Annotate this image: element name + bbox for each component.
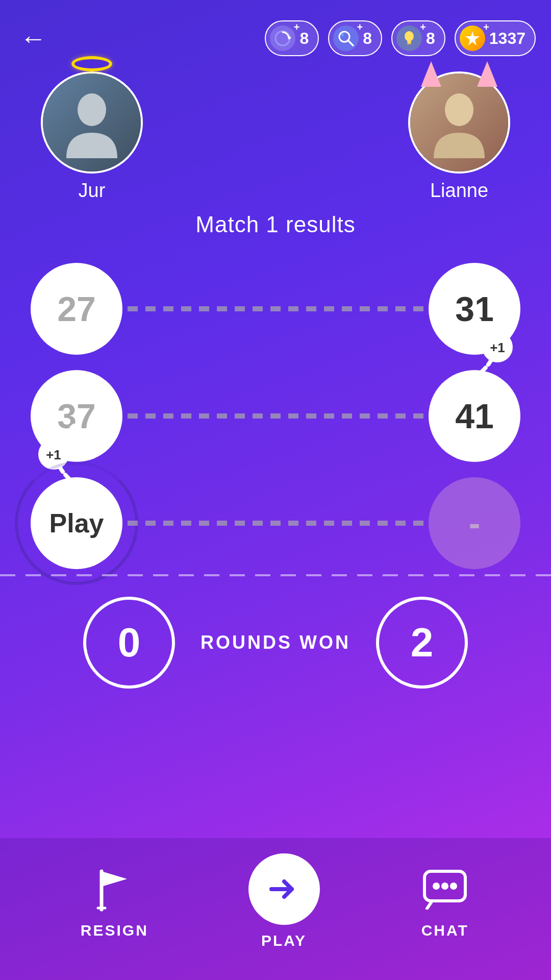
score-left-1: 27: [31, 263, 122, 355]
resign-label: RESIGN: [81, 922, 148, 939]
score-row-2: 37 41: [31, 370, 520, 462]
bulb-count: 8: [426, 29, 435, 48]
back-arrow-icon: ←: [20, 25, 46, 52]
svg-point-10: [445, 93, 473, 126]
chat-bubble-icon: [422, 869, 468, 910]
svg-marker-8: [465, 31, 480, 45]
svg-point-19: [441, 883, 448, 890]
svg-rect-7: [407, 43, 411, 44]
play-icon-wrap: [248, 853, 320, 925]
chat-label: CHAT: [421, 922, 469, 939]
resign-flag-icon: [94, 866, 135, 912]
score-row-1: 27 31: [31, 263, 520, 355]
lens-count: 8: [363, 29, 372, 48]
svg-text:+1: +1: [490, 340, 505, 355]
coin-plus: +: [483, 21, 489, 33]
player-left-name: Jur: [79, 180, 106, 202]
bulb-plus: +: [420, 21, 426, 33]
coin-count: 1337: [489, 29, 525, 48]
player-right-avatar-wrap: [408, 71, 510, 174]
rounds-left-count: 0: [118, 619, 141, 666]
spin-icon: +: [270, 26, 295, 51]
resign-icon-wrap: [89, 864, 140, 915]
svg-point-18: [433, 883, 440, 890]
svg-rect-6: [407, 41, 411, 43]
rounds-left-badge: 0: [83, 597, 175, 689]
svg-point-0: [276, 31, 290, 45]
score-right-2: 41: [429, 370, 520, 462]
connector-3: [128, 521, 423, 526]
players-section: Jur Lianne: [0, 66, 551, 202]
rounds-label: ROUNDS WON: [201, 632, 350, 653]
lianne-avatar-image: [410, 74, 508, 172]
bulb-icon: +: [396, 26, 422, 51]
back-button[interactable]: ←: [15, 20, 51, 56]
score-row-3: Play -: [31, 477, 520, 569]
play-arrow-icon: [264, 869, 305, 910]
player-right-name: Lianne: [430, 180, 488, 202]
chat-nav-item[interactable]: CHAT: [419, 864, 470, 939]
curved-right-connector: +1: [469, 316, 520, 378]
connector-2: [128, 413, 423, 419]
jur-avatar-image: [43, 74, 141, 172]
play-label: PLAY: [261, 932, 307, 949]
connector-1: [128, 306, 423, 311]
player-left: Jur: [41, 71, 143, 202]
spin-count: 8: [299, 29, 309, 48]
powerup-spin[interactable]: + 8: [265, 20, 319, 56]
halo-icon: [71, 56, 112, 71]
player-left-avatar: [41, 71, 143, 174]
svg-point-20: [450, 883, 457, 890]
lens-plus: +: [357, 21, 363, 33]
powerup-coin[interactable]: + 1337: [455, 20, 536, 56]
powerups-bar: + 8 + 8 +: [265, 20, 536, 56]
svg-point-9: [78, 93, 106, 126]
rounds-section: 0 ROUNDS WON 2: [0, 581, 551, 704]
player-right: Lianne: [408, 71, 510, 202]
bottom-nav: RESIGN PLAY CHAT: [0, 838, 551, 980]
player-left-avatar-wrap: [41, 71, 143, 174]
chat-icon-wrap: [419, 864, 470, 915]
score-play-node[interactable]: Play: [31, 477, 122, 569]
svg-text:+1: +1: [46, 447, 61, 462]
coin-icon: +: [460, 26, 485, 51]
rounds-right-count: 2: [411, 619, 434, 666]
powerup-bulb[interactable]: + 8: [391, 20, 445, 56]
score-inactive-node: -: [429, 477, 520, 569]
divider: [0, 574, 551, 576]
lens-icon: +: [333, 26, 359, 51]
match-title: Match 1 results: [0, 212, 551, 237]
svg-line-3: [348, 40, 353, 45]
cat-ears-icon: [421, 61, 497, 87]
svg-point-5: [405, 31, 414, 41]
player-right-avatar: [408, 71, 510, 174]
rounds-right-badge: 2: [376, 597, 468, 689]
scores-area: 27 31 +1 37 41 +1 Play -: [0, 253, 551, 569]
powerup-lens[interactable]: + 8: [328, 20, 382, 56]
resign-nav-item[interactable]: RESIGN: [81, 864, 148, 939]
spin-plus: +: [294, 21, 300, 33]
svg-point-4: [341, 33, 344, 36]
play-nav-item[interactable]: PLAY: [248, 853, 320, 949]
